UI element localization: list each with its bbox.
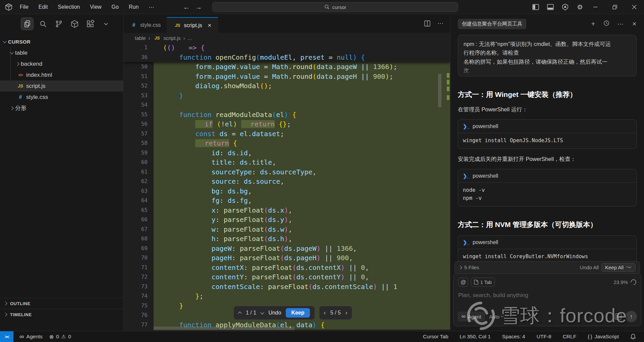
cursor-position-status[interactable]: Ln 350, Col 1	[457, 331, 494, 342]
chat-input-placeholder[interactable]: Plan, search, build anything	[458, 292, 636, 299]
code-editor[interactable]: 50 form.pageW.value = Math.round(data.pa…	[123, 43, 450, 331]
history-icon[interactable]	[603, 20, 609, 28]
keep-all-button[interactable]: Keep All ^↵	[601, 263, 636, 272]
code-line-68: 68 h: parseFloat(ds.h),	[123, 234, 450, 244]
menu-selection[interactable]: Selection	[54, 3, 84, 11]
tree-item-index-html[interactable]: <>index.html	[0, 69, 123, 80]
horizontal-scrollbar[interactable]	[154, 327, 294, 330]
agents-status[interactable]: ∞ Agents	[16, 331, 46, 342]
file-next-icon[interactable]: ›	[345, 310, 347, 316]
menu-go[interactable]: Go	[108, 3, 122, 11]
language-mode-status[interactable]: { } JavaScript	[584, 331, 622, 342]
overview-ruler	[447, 63, 449, 331]
menu-run[interactable]: Run	[125, 3, 142, 11]
split-editor-icon[interactable]	[424, 20, 431, 27]
menu-[interactable]: ⋯	[145, 3, 158, 12]
file-prev-icon[interactable]: ‹	[324, 310, 326, 316]
window-close-button[interactable]	[625, 0, 644, 14]
cube-icon[interactable]	[68, 17, 81, 30]
code-line-61: 61 sourceType: ds.sourceType,	[123, 167, 450, 177]
command-center-search[interactable]: cursor	[212, 2, 458, 12]
nav-back-button[interactable]: ←	[183, 3, 190, 11]
keep-button[interactable]: Keep	[286, 308, 310, 318]
infinity-icon: ∞	[19, 333, 24, 340]
context-tab-chip[interactable]: 1 Tab	[471, 278, 495, 287]
editor-tab-style-css[interactable]: #style.css	[123, 17, 167, 33]
window-restore-button[interactable]	[605, 0, 625, 14]
close-panel-icon[interactable]: ✕	[632, 21, 637, 27]
code-line-55: 55 function readModuleData(el) {	[123, 110, 450, 120]
line-number: 58	[123, 138, 154, 148]
toggle-panel-icon[interactable]	[547, 3, 554, 11]
eol-status[interactable]: CRLF	[559, 331, 580, 342]
encoding-status[interactable]: UTF-8	[533, 331, 555, 342]
files-icon[interactable]	[21, 17, 34, 30]
diff-prev-icon[interactable]	[238, 311, 241, 315]
extensions-icon[interactable]	[84, 17, 97, 30]
source-control-icon[interactable]	[52, 17, 65, 30]
remote-indicator[interactable]: ><	[0, 331, 13, 342]
tree-item-label: script.js	[26, 83, 46, 90]
line-number: 51	[123, 72, 154, 81]
changed-files-bar[interactable]: 5 Files Undo All Keep All ^↵	[454, 261, 640, 273]
code-line-72: 72 contentY: parseFloat(ds.contentY) || …	[123, 272, 450, 282]
window-minimize-button[interactable]	[586, 0, 605, 14]
nav-forward-button[interactable]: →	[195, 3, 202, 11]
outline-section-header[interactable]: OUTLINE	[0, 298, 123, 309]
notifications-bell-icon[interactable]	[627, 331, 639, 342]
attach-image-icon[interactable]	[615, 314, 622, 320]
new-chat-icon[interactable]: +	[591, 20, 595, 28]
menu-edit[interactable]: Edit	[35, 3, 52, 11]
undo-button[interactable]: Undo	[268, 310, 281, 316]
breadcrumb-separator: ›	[183, 35, 185, 41]
editor-tab-script-js[interactable]: JSscript.js✕	[167, 17, 218, 33]
more-actions-icon[interactable]: ⋯	[437, 20, 444, 27]
vertical-scrollbar[interactable]	[438, 74, 441, 107]
chat-input-box[interactable]: @ 1 Tab 23.9% Plan, search, build anythi…	[453, 273, 641, 326]
problems-status[interactable]: ⊗ 0 ⚠ 0	[46, 331, 74, 342]
settings-gear-icon[interactable]: ⚙	[576, 3, 584, 11]
code-block-header[interactable]: ❯_powershell	[458, 236, 636, 249]
mention-button[interactable]: @	[458, 278, 468, 287]
cursor-tab-status[interactable]: Cursor Tab	[420, 331, 452, 342]
model-selector[interactable]: Auto	[489, 314, 503, 320]
code-line-60: 60 title: ds.title,	[123, 158, 450, 167]
code-line-59: 59 id: ds.id,	[123, 148, 450, 158]
tree-item-script-js[interactable]: JSscript.js	[0, 80, 123, 92]
chat-session-title[interactable]: 创建信息聚合平台网页工具	[458, 19, 526, 29]
cursor-ai-icon[interactable]	[561, 3, 569, 11]
diff-next-icon[interactable]	[260, 310, 264, 314]
tree-item---[interactable]: 分形	[0, 103, 123, 114]
breadcrumb-folder[interactable]: table	[135, 35, 146, 41]
editor-tab-bar: #style.cssJSscript.js✕ ⋯	[123, 14, 450, 33]
chevron-right-icon	[3, 312, 7, 316]
line-number: 70	[123, 253, 154, 263]
breadcrumb[interactable]: table › JS script.js › ...	[123, 33, 450, 43]
chevron-down-icon	[501, 315, 503, 317]
more-options-icon[interactable]: ⋯	[618, 20, 624, 28]
line-number: 73	[123, 282, 154, 292]
timeline-section-header[interactable]: TIMELINE	[0, 309, 123, 320]
menu-file[interactable]: File	[16, 3, 32, 11]
indentation-status[interactable]: Spaces: 4	[499, 331, 529, 342]
chevron-down-icon[interactable]	[100, 17, 112, 30]
tree-item-style-css[interactable]: #style.css	[0, 92, 123, 103]
tree-item-CURSOR[interactable]: CURSOR	[0, 36, 123, 47]
breadcrumb-symbol[interactable]: ...	[187, 35, 192, 41]
agent-mode-selector[interactable]: ∞ Agent	[458, 311, 485, 322]
send-button[interactable]: ↑	[626, 311, 637, 322]
tree-item-table[interactable]: table	[0, 47, 123, 58]
tree-item-backend[interactable]: backend	[0, 58, 123, 69]
close-tab-icon[interactable]: ✕	[208, 22, 212, 28]
toggle-sidebar-icon[interactable]	[532, 3, 539, 11]
code-line-63: 63 bg: ds.bg,	[123, 186, 450, 196]
timeline-label: TIMELINE	[10, 312, 32, 317]
search-icon[interactable]	[37, 17, 49, 30]
code-block-header[interactable]: ❯_powershell	[458, 120, 636, 133]
tree-item-label: 分形	[15, 104, 26, 112]
breadcrumb-file[interactable]: script.js	[164, 35, 181, 41]
js-file-icon: JS	[17, 83, 24, 89]
code-block-header[interactable]: ❯_powershell	[458, 169, 636, 183]
undo-all-button[interactable]: Undo All	[580, 265, 599, 270]
menu-view[interactable]: View	[86, 3, 105, 11]
